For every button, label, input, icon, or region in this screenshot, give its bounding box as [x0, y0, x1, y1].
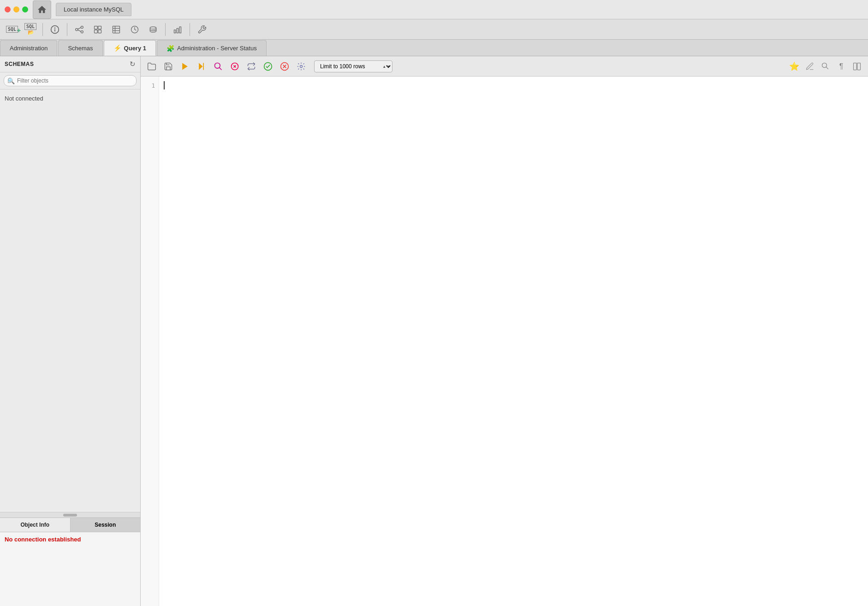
- save-file-button[interactable]: [161, 59, 176, 74]
- svg-line-25: [220, 67, 222, 70]
- svg-point-24: [215, 63, 220, 68]
- limit-select-wrap[interactable]: Don't Limit Limit to 10 rows Limit to 10…: [314, 60, 392, 72]
- format-button[interactable]: [803, 59, 817, 74]
- svg-line-6: [78, 27, 81, 29]
- tab-query1-label: Query 1: [124, 45, 146, 52]
- star-icon: ⭐: [789, 61, 799, 71]
- info-button[interactable]: [47, 22, 63, 37]
- rollback-button[interactable]: [277, 59, 292, 74]
- limit-rows-select[interactable]: Don't Limit Limit to 10 rows Limit to 10…: [314, 60, 392, 72]
- svg-rect-36: [854, 63, 857, 70]
- svg-line-7: [78, 30, 81, 31]
- bottom-panel-content: No connection established: [0, 532, 140, 606]
- svg-rect-11: [98, 30, 101, 33]
- editor-area: Don't Limit Limit to 10 rows Limit to 10…: [141, 56, 868, 606]
- sidebar-spacer: [0, 107, 140, 512]
- tab-session[interactable]: Session: [71, 518, 141, 532]
- schemas-title: SCHEMAS: [5, 61, 34, 67]
- svg-point-17: [150, 27, 156, 29]
- tab-admin-server-status[interactable]: 🧩 Administration - Server Status: [157, 40, 267, 56]
- commit-button[interactable]: [261, 59, 275, 74]
- manage-connections-button[interactable]: [71, 22, 88, 37]
- filter-objects-input[interactable]: [4, 75, 137, 86]
- minimize-button[interactable]: [13, 6, 19, 12]
- execute-current-button[interactable]: [194, 59, 209, 74]
- home-icon[interactable]: [33, 0, 51, 19]
- close-button[interactable]: [5, 6, 11, 12]
- svg-point-5: [81, 30, 83, 33]
- svg-point-3: [76, 28, 78, 30]
- svg-rect-18: [174, 30, 176, 33]
- reconnect-button[interactable]: [244, 59, 259, 74]
- svg-rect-10: [95, 30, 98, 33]
- execute-button[interactable]: [178, 59, 192, 74]
- migration-button[interactable]: [145, 22, 161, 37]
- sidebar: SCHEMAS ↻ 🔍 Not connected Object Info Se…: [0, 56, 141, 606]
- search-replace-button[interactable]: [818, 59, 833, 74]
- scrollbar-thumb: [63, 514, 77, 517]
- svg-marker-21: [182, 63, 188, 70]
- word-wrap-button[interactable]: ¶: [834, 59, 849, 74]
- tab-object-info[interactable]: Object Info: [0, 518, 71, 532]
- toolbar-separator-2: [67, 23, 67, 36]
- main-layout: SCHEMAS ↻ 🔍 Not connected Object Info Se…: [0, 56, 868, 606]
- title-bar: Local instance MySQL: [0, 0, 868, 19]
- toolbar-separator-1: [42, 23, 43, 36]
- tab-administration[interactable]: Administration: [0, 40, 57, 56]
- tab-admin-server-status-label: Administration - Server Status: [177, 45, 257, 52]
- sidebar-refresh-button[interactable]: ↻: [130, 60, 136, 68]
- bookmark-button[interactable]: ⭐: [787, 59, 802, 74]
- sql-editor-textarea[interactable]: [159, 77, 868, 606]
- new-sql-button[interactable]: SQL +: [4, 22, 20, 37]
- stop-button[interactable]: [227, 59, 242, 74]
- search-icon: 🔍: [7, 77, 15, 84]
- code-editor: 1: [141, 77, 868, 606]
- svg-rect-8: [95, 26, 98, 29]
- svg-point-34: [822, 63, 827, 67]
- tab-administration-label: Administration: [10, 45, 48, 52]
- tab-schemas[interactable]: Schemas: [58, 40, 102, 56]
- sidebar-bottom: Object Info Session No connection establ…: [0, 517, 140, 606]
- svg-rect-12: [113, 26, 120, 33]
- line-numbers: 1: [141, 77, 159, 606]
- svg-rect-37: [857, 63, 861, 70]
- svg-rect-20: [179, 27, 181, 33]
- sidebar-header: SCHEMAS ↻: [0, 56, 140, 72]
- window-controls: [5, 6, 28, 12]
- open-sql-button[interactable]: SQL 📂: [22, 22, 39, 37]
- bottom-tabs: Object Info Session: [0, 518, 140, 532]
- line-number-1: 1: [141, 81, 159, 90]
- maximize-button[interactable]: [22, 6, 28, 12]
- admin-server-status-icon: 🧩: [166, 45, 174, 52]
- filter-input-wrap: 🔍: [0, 72, 140, 89]
- performance-button[interactable]: [126, 22, 143, 37]
- svg-rect-19: [177, 28, 178, 33]
- svg-point-4: [81, 26, 83, 28]
- right-toolbar-buttons: ⭐ ¶: [787, 59, 864, 74]
- settings-button[interactable]: [194, 22, 210, 37]
- table-editor-button[interactable]: [108, 22, 125, 37]
- performance-dashboard-button[interactable]: [169, 22, 186, 37]
- schema-inspector-button[interactable]: [89, 22, 106, 37]
- not-connected-label: Not connected: [0, 89, 140, 107]
- find-button[interactable]: [211, 59, 226, 74]
- filter-input-container: 🔍: [4, 75, 137, 86]
- open-file-button[interactable]: [144, 59, 159, 74]
- toolbar-separator-3: [165, 23, 166, 36]
- query1-icon: ⚡: [113, 44, 121, 52]
- sidebar-scrollbar[interactable]: [0, 512, 140, 517]
- main-toolbar: SQL + SQL 📂: [0, 19, 868, 40]
- nav-tabs: Administration Schemas ⚡ Query 1 🧩 Admin…: [0, 40, 868, 56]
- toolbar-separator-4: [190, 23, 190, 36]
- tab-schemas-label: Schemas: [68, 45, 93, 52]
- no-connection-text: No connection established: [5, 536, 81, 543]
- query-toolbar: Don't Limit Limit to 10 rows Limit to 10…: [141, 56, 868, 77]
- split-button[interactable]: [850, 59, 864, 74]
- auto-commit-button[interactable]: [294, 59, 309, 74]
- cursor-indicator: [164, 83, 165, 89]
- tab-query1[interactable]: ⚡ Query 1: [104, 40, 156, 56]
- paragraph-icon: ¶: [839, 62, 844, 71]
- window-title: Local instance MySQL: [56, 3, 131, 16]
- svg-line-35: [826, 67, 828, 69]
- svg-marker-22: [199, 63, 202, 70]
